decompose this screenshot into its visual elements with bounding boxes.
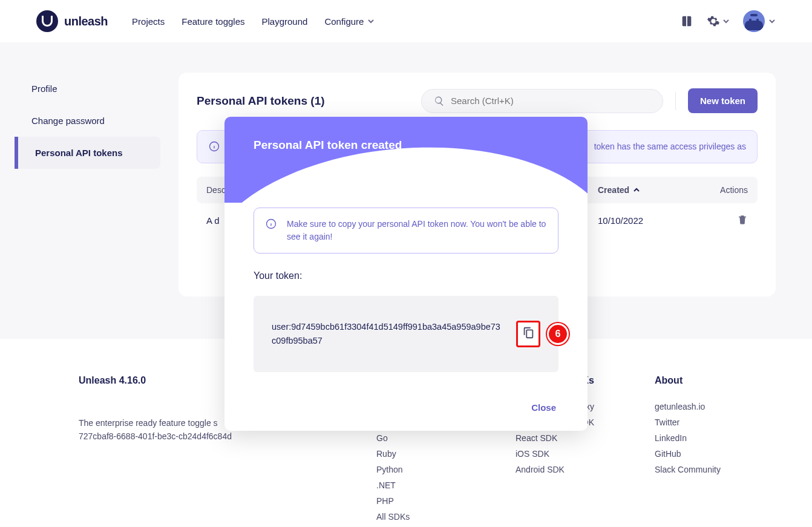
modal-overlay[interactable]: Personal API token created Make sure to … <box>0 0 812 527</box>
copy-token-button[interactable]: 6 <box>516 321 540 347</box>
modal-footer: Close <box>224 388 588 431</box>
token-box: user:9d7459bcb61f3304f41d5149ff991ba3a45… <box>254 296 558 372</box>
modal-header: Personal API token created <box>224 117 588 203</box>
copy-icon <box>522 326 535 339</box>
step-badge: 6 <box>547 323 569 345</box>
token-created-modal: Personal API token created Make sure to … <box>224 117 588 431</box>
token-value: user:9d7459bcb61f3304f41d5149ff991ba3a45… <box>272 320 504 348</box>
modal-body: Make sure to copy your personal API toke… <box>224 203 588 388</box>
modal-info-banner: Make sure to copy your personal API toke… <box>254 208 558 254</box>
modal-title: Personal API token created <box>224 117 588 152</box>
close-button[interactable]: Close <box>524 398 563 417</box>
modal-info-text: Make sure to copy your personal API toke… <box>287 218 547 243</box>
info-icon <box>265 218 277 230</box>
your-token-label: Your token: <box>254 270 558 281</box>
